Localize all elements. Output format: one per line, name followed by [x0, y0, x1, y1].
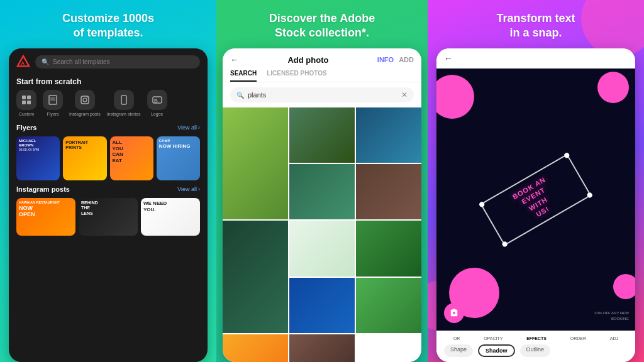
adobe-logo-icon: A [16, 55, 30, 69]
flyers-label: Flyers [47, 112, 58, 116]
app-container: Customize 1000s of templates. A 🔍 Search… [0, 0, 644, 362]
flyer-card-1[interactable]: MICHAELBROWN08.08.XX 5PM [16, 136, 60, 180]
p1-logo-row: A 🔍 Search all templates [16, 55, 200, 69]
add-label[interactable]: ADD [399, 56, 414, 63]
svg-text:B: B [154, 98, 158, 104]
insta-stories-label: Instagram stories [107, 112, 141, 116]
photo-cell-7[interactable] [289, 221, 355, 276]
photo-cell-12[interactable] [289, 334, 355, 362]
flyers-row: MICHAELBROWN08.08.XX 5PM PortraitPrints … [9, 134, 208, 183]
tool-or-label: OR [453, 336, 460, 341]
tool-effects[interactable]: EFFECTS [526, 336, 547, 341]
photo-cell-2[interactable] [289, 107, 355, 163]
tool-opacity-label: OPACITY [484, 336, 502, 341]
subtab-shape[interactable]: Shape [444, 344, 473, 357]
insta-posts-label: Instagram posts [69, 112, 101, 116]
custom-icon-item[interactable]: Custom [16, 90, 36, 116]
p3-toolbar-row: OR OPACITY EFFECTS ORDER ADJ [436, 335, 635, 342]
subtab-outline[interactable]: Outline [520, 344, 551, 357]
p2-action-labels: INFO ADD [377, 56, 414, 63]
flyer-card-4[interactable]: campnow hiring [157, 136, 200, 180]
tool-opacity[interactable]: OPACITY [484, 336, 502, 341]
svg-rect-2 [22, 96, 26, 99]
panel-2-title: Discover the Adobe Stock collection*. [269, 11, 375, 40]
info-label[interactable]: INFO [377, 56, 394, 63]
tool-effects-label: EFFECTS [526, 336, 547, 341]
search-placeholder: Search all templates [53, 58, 110, 65]
insta-section-header: Instagram posts View all › [9, 183, 208, 195]
flyers-view-all[interactable]: View all › [177, 124, 200, 131]
panel-2-stock: Discover the Adobe Stock collection*. ← … [216, 0, 428, 362]
tool-or[interactable]: OR [453, 336, 460, 341]
photo-cell-6[interactable] [223, 221, 288, 332]
p1-header: A 🔍 Search all templates [9, 48, 208, 72]
camera-button[interactable] [444, 303, 464, 323]
add-photo-title: Add photo [287, 55, 328, 65]
search-value: plants [248, 91, 397, 99]
pink-circle-tl [436, 75, 474, 119]
search-bar-1[interactable]: 🔍 Search all templates [35, 55, 200, 69]
tab-search[interactable]: SEARCH [230, 70, 257, 82]
instagram-posts-icon-item[interactable]: Instagram posts [69, 90, 101, 116]
photo-cell-9[interactable] [289, 278, 355, 333]
canvas-text: BOOK AN EVENT WITH US! [491, 163, 581, 236]
p3-canvas: BOOK AN EVENT WITH US! 30% OFF ANY NEW B… [436, 69, 635, 331]
p3-subtabs-row: Shape Shadow Outline [436, 342, 635, 359]
insta-card-2[interactable]: BEHINDTHELENS [79, 198, 138, 236]
insta-card-3[interactable]: We NeedYou. [141, 198, 200, 236]
p2-top-row: ← Add photo INFO ADD [230, 55, 414, 65]
logos-icon-item[interactable]: B Logos [147, 90, 167, 116]
svg-rect-12 [121, 96, 126, 104]
photo-cell-5[interactable] [356, 164, 421, 219]
tool-adj[interactable]: ADJ [610, 336, 618, 341]
stories-icon [114, 90, 134, 110]
svg-rect-9 [81, 96, 89, 104]
search-icon: 🔍 [42, 58, 49, 65]
clear-search-btn[interactable]: ✕ [401, 90, 408, 99]
p2-search-row[interactable]: 🔍 plants ✕ [230, 87, 414, 102]
photo-cell-10[interactable] [356, 278, 421, 333]
p3-back-btn[interactable]: ← [444, 53, 453, 63]
svg-point-11 [87, 97, 88, 99]
p3-bottom-bar: OR OPACITY EFFECTS ORDER ADJ [436, 331, 635, 362]
photo-cell-3[interactable] [356, 107, 421, 163]
photo-cell-11[interactable] [223, 334, 288, 362]
flyer-card-3[interactable]: AllYouCanEat [110, 136, 153, 180]
photo-cell-8[interactable] [356, 221, 421, 276]
p3-top-bar: ← [436, 48, 635, 69]
subtab-shadow[interactable]: Shadow [478, 344, 515, 357]
custom-label: Custom [19, 112, 34, 116]
svg-rect-5 [27, 101, 31, 104]
tool-order[interactable]: ORDER [570, 336, 586, 341]
resize-handle-tl[interactable] [479, 200, 486, 207]
flyers-icon [43, 90, 63, 110]
start-from-scratch-label: Start from scratch [9, 72, 208, 90]
insta-card-1[interactable]: HAWAIAN RESTAURANTNOWOPEN [16, 198, 75, 236]
svg-point-10 [83, 98, 87, 102]
flyer-card-2[interactable]: PortraitPrints [63, 136, 106, 180]
phone-3: ← BOOK AN EVENT WITH US! [436, 48, 635, 362]
flyers-icon-item[interactable]: Flyers [43, 90, 63, 116]
resize-handle-br[interactable] [586, 192, 593, 199]
p2-header: ← Add photo INFO ADD SEARCH LICENSED PHO… [223, 48, 421, 82]
insta-view-all[interactable]: View all › [177, 186, 200, 192]
resize-handle-tr[interactable] [564, 151, 570, 158]
instagram-stories-icon-item[interactable]: Instagram stories [107, 90, 141, 116]
insta-section-title: Instagram posts [16, 185, 70, 193]
flyers-section-header: Flyers View all › [9, 121, 208, 134]
pink-circle-br [613, 274, 635, 299]
panel-1-title: Customize 1000s of templates. [62, 11, 154, 40]
back-arrow-btn[interactable]: ← [230, 55, 239, 65]
resize-handle-bl[interactable] [501, 241, 508, 248]
template-icons-row: Custom Flyers Instagram posts [9, 90, 208, 121]
pink-circle-tr [597, 72, 629, 103]
text-element-box[interactable]: BOOK AN EVENT WITH US! [480, 153, 591, 246]
logos-icon: B [147, 90, 167, 110]
instagram-icon [75, 90, 95, 110]
phone-2: ← Add photo INFO ADD SEARCH LICENSED PHO… [223, 48, 421, 362]
search-icon-2: 🔍 [236, 92, 244, 99]
photo-cell-4[interactable] [289, 164, 355, 219]
tab-licensed[interactable]: LICENSED PHOTOS [267, 70, 326, 82]
flyers-section-title: Flyers [16, 124, 36, 131]
photo-cell-1[interactable] [223, 107, 288, 219]
